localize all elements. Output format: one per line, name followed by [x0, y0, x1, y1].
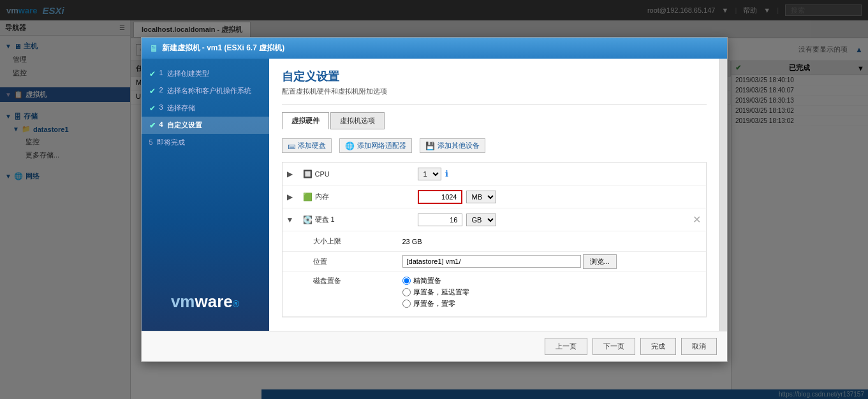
add-disk-label: 添加硬盘 — [298, 141, 326, 150]
step5-num-icon: 5 — [149, 138, 153, 146]
step4-check-icon: ✔ — [149, 121, 156, 130]
disk-provision-value: 精简置备 厚置备，延迟置零 厚置备，置零 — [402, 276, 706, 308]
step3-label: 选择存储 — [167, 103, 195, 113]
cancel-button[interactable]: 取消 — [681, 338, 717, 355]
radio-thin[interactable]: 精简置备 — [402, 276, 706, 286]
cpu-info-icon[interactable]: ℹ — [445, 169, 448, 178]
memory-label-cell: 🟩 内存 — [298, 189, 413, 204]
radio-thick-lazy-label: 厚置备，延迟置零 — [413, 287, 469, 297]
modal-step-2: ✔ 2 选择名称和客户机操作系统 — [142, 82, 269, 99]
provision-radio-group: 精简置备 厚置备，延迟置零 厚置备，置零 — [402, 276, 706, 308]
cpu-label: CPU — [315, 170, 330, 178]
radio-thick-lazy[interactable]: 厚置备，延迟置零 — [402, 287, 706, 297]
browse-button[interactable]: 浏览... — [583, 254, 617, 269]
radio-thick-eager-label: 厚置备，置零 — [413, 299, 455, 308]
disk-max-label: 大小上限 — [313, 236, 402, 246]
disk-unit-select[interactable]: GB MB — [466, 214, 496, 226]
disk-location-input[interactable] — [402, 255, 581, 268]
next-button[interactable]: 下一页 — [592, 338, 635, 355]
memory-value-cell: MB GB — [413, 187, 706, 207]
hw-subrow-max: 大小上限 23 GB — [283, 231, 706, 252]
step1-check-icon: ✔ — [149, 69, 156, 78]
disk-value-cell: GB MB ✕ — [413, 211, 706, 229]
radio-thick-eager-input[interactable] — [402, 300, 411, 308]
modal-subtitle: 配置虚拟机硬件和虚拟机附加选项 — [282, 87, 707, 96]
modal-divider — [282, 104, 707, 105]
disk-location-label: 位置 — [313, 257, 402, 266]
disk-max-value: 23 GB — [402, 238, 706, 245]
modal-body: ✔ 1 选择创建类型 ✔ 2 选择名称和客户机操作系统 ✔ 3 选择存储 ✔ 4 — [142, 59, 727, 331]
modal-header-title: 新建虚拟机 - vm1 (ESXi 6.7 虚拟机) — [162, 43, 285, 54]
radio-thin-input[interactable] — [402, 277, 411, 285]
step1-num: 1 — [159, 69, 163, 76]
add-disk-icon: 🖴 — [288, 141, 295, 150]
radio-thick-lazy-input[interactable] — [402, 288, 411, 296]
cpu-value-cell: 1 2 4 ℹ — [413, 165, 706, 183]
modal-overlay: 🖥 新建虚拟机 - vm1 (ESXi 6.7 虚拟机) ✔ 1 选择创建类型 … — [0, 0, 868, 399]
disk-delete-icon[interactable]: ✕ — [693, 214, 701, 226]
hw-subrow-provision: 磁盘置备 精简置备 厚置备，延迟置零 — [283, 272, 706, 317]
memory-input[interactable] — [418, 190, 462, 204]
memory-unit-select[interactable]: MB GB — [466, 191, 496, 203]
step1-label: 选择创建类型 — [167, 69, 209, 78]
cpu-icon: 🔲 — [303, 170, 313, 178]
step5-label: 即将完成 — [157, 138, 185, 147]
cpu-expand-icon[interactable]: ▶ — [283, 170, 298, 178]
add-network-icon: 🌐 — [345, 141, 355, 150]
add-network-label: 添加网络适配器 — [357, 141, 406, 150]
hw-row-disk: ▼ 💽 硬盘 1 GB MB ✕ — [283, 208, 706, 231]
modal-vmware-logo: vmware® — [154, 292, 256, 312]
hw-section: ▶ 🔲 CPU 1 2 4 ℹ — [282, 162, 707, 317]
modal-footer: 上一页 下一页 完成 取消 — [142, 331, 727, 361]
step4-num: 4 — [159, 120, 163, 128]
tab-vm-options[interactable]: 虚拟机选项 — [330, 112, 385, 129]
cpu-label-cell: 🔲 CPU — [298, 167, 413, 181]
disk-label: 硬盘 1 — [315, 215, 335, 224]
modal-step-5: 5 即将完成 — [142, 134, 269, 151]
step2-num: 2 — [159, 86, 163, 94]
modal-header-icon: 🖥 — [149, 43, 158, 54]
disk-location-value-cell: 浏览... — [402, 254, 706, 269]
add-disk-button[interactable]: 🖴 添加硬盘 — [282, 138, 332, 153]
step3-num: 3 — [159, 103, 163, 111]
modal-title: 自定义设置 — [282, 69, 707, 84]
modal: 🖥 新建虚拟机 - vm1 (ESXi 6.7 虚拟机) ✔ 1 选择创建类型 … — [141, 37, 728, 362]
prev-button[interactable]: 上一页 — [545, 338, 587, 355]
hw-subrow-location: 位置 浏览... — [283, 252, 706, 272]
step2-label: 选择名称和客户机操作系统 — [167, 86, 251, 96]
memory-expand-icon[interactable]: ▶ — [283, 192, 298, 201]
finish-button[interactable]: 完成 — [640, 338, 676, 355]
add-other-icon: 💾 — [425, 141, 435, 150]
add-other-label: 添加其他设备 — [438, 141, 480, 150]
radio-thin-label: 精简置备 — [413, 276, 441, 286]
modal-logo-area: vmware® — [142, 279, 269, 324]
add-other-button[interactable]: 💾 添加其他设备 — [420, 138, 485, 153]
disk-size-input[interactable] — [418, 214, 462, 226]
radio-thick-eager[interactable]: 厚置备，置零 — [402, 299, 706, 308]
modal-header: 🖥 新建虚拟机 - vm1 (ESXi 6.7 虚拟机) — [142, 38, 727, 59]
modal-step-1: ✔ 1 选择创建类型 — [142, 65, 269, 82]
hw-toolbar: 🖴 添加硬盘 🌐 添加网络适配器 💾 添加其他设备 — [282, 138, 707, 153]
disk-icon: 💽 — [303, 215, 313, 224]
modal-step-4: ✔ 4 自定义设置 — [142, 117, 269, 134]
hw-row-memory: ▶ 🟩 内存 MB GB — [283, 185, 706, 208]
modal-sidebar: ✔ 1 选择创建类型 ✔ 2 选择名称和客户机操作系统 ✔ 3 选择存储 ✔ 4 — [142, 59, 269, 331]
tab-hardware[interactable]: 虚拟硬件 — [282, 112, 329, 129]
disk-provision-label: 磁盘置备 — [313, 276, 402, 286]
hw-row-cpu: ▶ 🔲 CPU 1 2 4 ℹ — [283, 163, 706, 185]
modal-step-3: ✔ 3 选择存储 — [142, 99, 269, 117]
memory-icon: 🟩 — [303, 192, 313, 201]
step4-label: 自定义设置 — [167, 120, 202, 130]
add-network-button[interactable]: 🌐 添加网络适配器 — [339, 138, 412, 153]
cpu-select[interactable]: 1 2 4 — [418, 168, 441, 180]
memory-label: 内存 — [315, 192, 329, 201]
disk-label-cell: 💽 硬盘 1 — [298, 212, 413, 227]
disk-expand-icon[interactable]: ▼ — [283, 215, 298, 224]
step2-check-icon: ✔ — [149, 87, 156, 96]
modal-scrollbar[interactable] — [719, 59, 727, 331]
step3-check-icon: ✔ — [149, 104, 156, 113]
modal-content: 自定义设置 配置虚拟机硬件和虚拟机附加选项 虚拟硬件 虚拟机选项 🖴 添加硬盘 … — [269, 59, 719, 331]
sub-tabs: 虚拟硬件 虚拟机选项 — [282, 112, 707, 129]
